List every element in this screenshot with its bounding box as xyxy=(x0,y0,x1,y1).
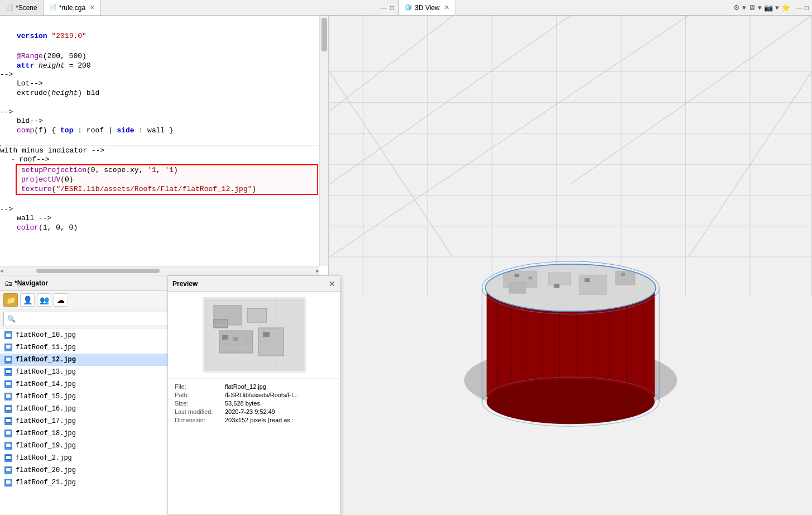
svg-point-46 xyxy=(487,379,655,424)
code-line-extrude: extrude(height) bld xyxy=(0,88,328,98)
file-icon-3 xyxy=(4,356,12,364)
code-line-bld: bld--> xyxy=(0,116,328,126)
code-editor[interactable]: version "2019.0" @Range(200, 500) attr h… xyxy=(0,16,328,275)
preview-dimension-label: Dimension: xyxy=(175,417,225,423)
file-icon-8 xyxy=(4,417,12,425)
preview-modified-row: Last modified: 2020-7-23 9:52:49 xyxy=(175,408,333,415)
preview-dimension-row: Dimension: 203x152 pixels (read as : xyxy=(175,417,333,423)
rule-tab-close[interactable]: ✕ xyxy=(90,4,95,11)
svg-line-29 xyxy=(330,16,571,184)
svg-rect-4 xyxy=(219,331,253,353)
svg-rect-59 xyxy=(554,284,559,288)
editor-hscrollbar[interactable]: ◀ ▶ xyxy=(0,266,319,275)
preview-close-btn[interactable]: ✕ xyxy=(329,279,335,288)
preview-modified-label: Last modified: xyxy=(175,408,225,415)
preview-panel: Preview ✕ xyxy=(167,275,340,515)
file-name-8: flatRoof_17.jpg xyxy=(16,417,76,425)
3dview-icon3[interactable]: 🖥 xyxy=(748,3,756,12)
3dview-icon5[interactable]: 📷 xyxy=(764,3,773,12)
search-icon: 🔍 xyxy=(4,315,19,323)
nav-person-btn[interactable]: 👤 xyxy=(20,293,35,307)
code-line-cursor xyxy=(0,145,328,146)
file-name-12: flatRoof_20.jpg xyxy=(16,466,76,474)
preview-path-value: /ESRI.lib/assets/Roofs/Fl... xyxy=(225,392,333,398)
code-line-projectuv: projectUV(0) xyxy=(17,175,317,184)
svg-rect-5 xyxy=(258,328,284,356)
code-line-roof: - roof--> xyxy=(0,155,328,164)
navigator-panel: 🗂 *Navigator 📌 — □ ✕ 📁 👤 👥 xyxy=(0,275,328,515)
scene-tab-label: *Scene xyxy=(16,4,37,12)
code-line-version: version "2019.0" xyxy=(0,31,328,41)
preview-file-row: File: flatRoof_12.jpg xyxy=(175,383,333,390)
svg-rect-6 xyxy=(214,320,228,328)
svg-rect-55 xyxy=(515,274,519,277)
file-name-1: flatRoof_10.jpg xyxy=(16,331,76,339)
3dview-icon4[interactable]: ▾ xyxy=(758,3,762,12)
preview-title: Preview xyxy=(172,280,329,288)
svg-rect-8 xyxy=(233,337,238,341)
3dview-maximize-btn[interactable]: □ xyxy=(805,4,809,12)
file-icon-12 xyxy=(4,466,12,474)
file-name-6: flatRoof_15.jpg xyxy=(16,393,76,400)
editor-vscrollbar[interactable] xyxy=(319,16,328,266)
editor-maximize-btn[interactable]: □ xyxy=(390,4,394,12)
svg-rect-58 xyxy=(621,273,625,276)
file-icon-9 xyxy=(4,430,12,437)
file-name-13: flatRoof_21.jpg xyxy=(16,479,76,487)
preview-image-area xyxy=(168,292,340,379)
file-icon-6 xyxy=(4,393,12,400)
preview-image xyxy=(203,297,306,373)
code-line-comp: comp(f) { top : roof | side : wall } xyxy=(0,126,328,135)
file-icon-13 xyxy=(4,479,12,487)
tab-scene[interactable]: ⬜ *Scene xyxy=(0,0,44,15)
navigator-folder-icon: 🗂 xyxy=(4,279,12,288)
preview-dimension-value: 203x152 pixels (read as : xyxy=(225,417,333,423)
3dview-icon7[interactable]: ⭐ xyxy=(781,3,790,12)
file-icon-2 xyxy=(4,344,12,351)
code-line-texture: texture("/ESRI.lib/assets/Roofs/Flat/fla… xyxy=(17,184,317,194)
file-icon-7 xyxy=(4,405,12,413)
code-line-lot: Lot--> xyxy=(0,79,328,88)
tab-3dview[interactable]: 🧊 3D View ✕ xyxy=(399,0,455,15)
preview-modified-value: 2020-7-23 9:52:49 xyxy=(225,408,333,415)
preview-size-value: 53,628 bytes xyxy=(225,400,333,407)
code-line-range: @Range(200, 500) xyxy=(0,51,328,61)
file-icon-11 xyxy=(4,454,12,462)
svg-rect-3 xyxy=(247,308,267,322)
code-line-wall: wall --> xyxy=(0,213,328,223)
svg-rect-53 xyxy=(579,275,607,294)
svg-rect-54 xyxy=(616,271,635,285)
nav-group-btn[interactable]: 👥 xyxy=(37,293,51,307)
svg-line-34 xyxy=(330,16,453,111)
editor-minimize-btn[interactable]: — xyxy=(380,4,387,12)
file-name-4: flatRoof_13.jpg xyxy=(16,368,76,376)
svg-line-31 xyxy=(330,16,689,257)
file-icon-5 xyxy=(4,380,12,388)
preview-size-label: Size: xyxy=(175,400,225,407)
file-name-2: flatRoof_11.jpg xyxy=(16,344,76,351)
nav-cloud-btn[interactable]: ☁ xyxy=(54,293,68,307)
3dview-icon1[interactable]: ⚙ xyxy=(733,3,740,12)
svg-rect-57 xyxy=(585,278,590,282)
3d-view-panel xyxy=(329,16,812,515)
svg-rect-51 xyxy=(548,273,570,285)
svg-line-30 xyxy=(571,16,812,184)
file-icon-1 xyxy=(4,331,12,339)
tab-rule[interactable]: 📄 *rule.cga ✕ xyxy=(44,0,101,15)
rule-tab-icon: 📄 xyxy=(49,4,57,11)
nav-folder-btn[interactable]: 📁 xyxy=(3,293,18,307)
svg-rect-9 xyxy=(263,332,270,337)
file-icon-4 xyxy=(4,368,12,376)
3dview-minimize-btn[interactable]: — xyxy=(796,4,803,12)
file-name-3: flatRoof_12.jpg xyxy=(16,356,76,364)
3d-viewport[interactable] xyxy=(329,16,812,515)
3dview-icon2[interactable]: ▾ xyxy=(742,3,746,12)
3dview-tab-close[interactable]: ✕ xyxy=(444,4,449,11)
3dview-tab-icon: 🧊 xyxy=(405,4,412,11)
file-name-11: flatRoof_2.jpg xyxy=(16,454,72,462)
file-icon-10 xyxy=(4,442,12,450)
file-name-5: flatRoof_14.jpg xyxy=(16,380,76,388)
svg-rect-56 xyxy=(528,276,532,279)
3dview-icon6[interactable]: ▾ xyxy=(775,3,779,12)
preview-path-label: Path: xyxy=(175,392,225,398)
